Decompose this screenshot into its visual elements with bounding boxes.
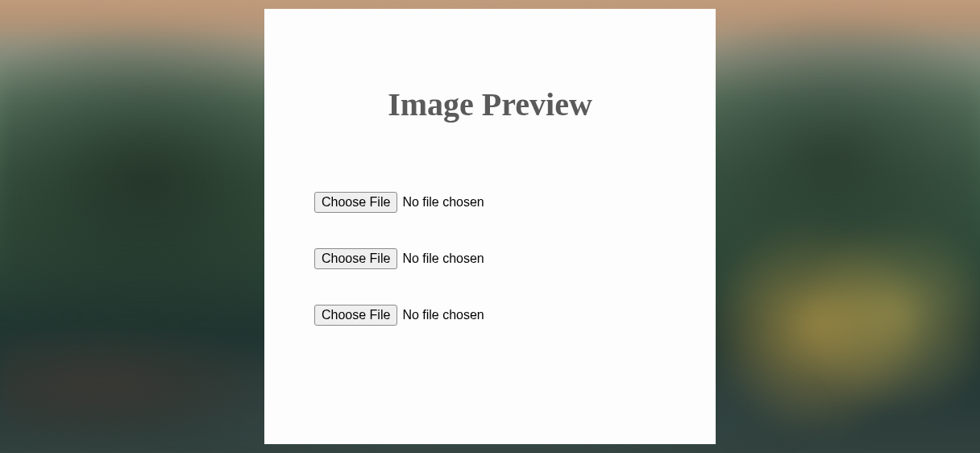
image-preview-card: Image Preview Choose File No file chosen… (264, 9, 716, 444)
file-status-text: No file chosen (402, 251, 484, 266)
choose-file-button[interactable]: Choose File (314, 248, 397, 269)
file-input-row: Choose File No file chosen (314, 305, 716, 326)
choose-file-button[interactable]: Choose File (314, 305, 397, 326)
file-input-row: Choose File No file chosen (314, 248, 716, 269)
file-status-text: No file chosen (402, 308, 484, 322)
file-input-list: Choose File No file chosen Choose File N… (264, 192, 716, 326)
file-input-row: Choose File No file chosen (314, 192, 716, 213)
page-title: Image Preview (388, 85, 592, 123)
choose-file-button[interactable]: Choose File (314, 192, 397, 213)
file-status-text: No file chosen (402, 195, 484, 210)
